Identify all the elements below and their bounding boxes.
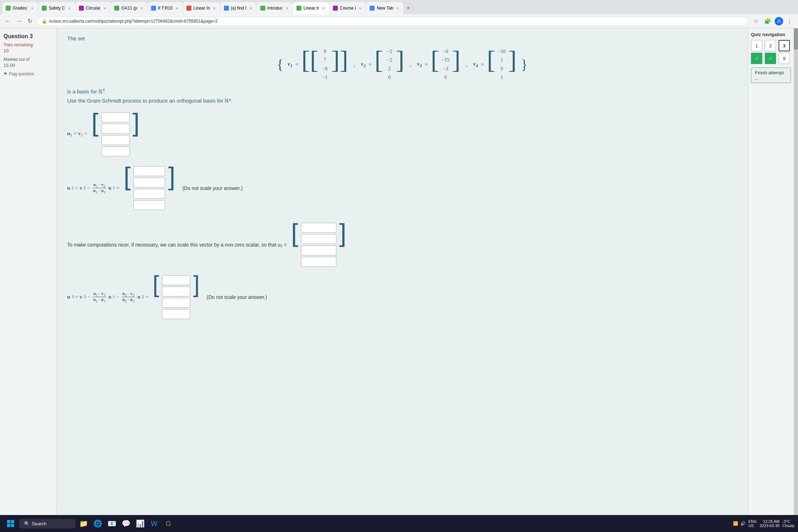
tab-intro[interactable]: Introduc ✕	[257, 2, 293, 14]
tab-close[interactable]: ✕	[175, 6, 179, 10]
nav-cell-2[interactable]: 2	[765, 40, 776, 51]
nav-cell-1[interactable]: 1	[751, 40, 762, 51]
tab-course[interactable]: Course I ✕	[329, 2, 366, 14]
u1-input-row1[interactable]	[102, 112, 130, 122]
u2-input-row1[interactable]	[133, 166, 165, 176]
tab-close[interactable]: ✕	[358, 6, 362, 10]
weather-temp: -3°C	[782, 519, 794, 524]
u2-scaled-row4[interactable]	[301, 257, 336, 267]
nav-cell-3[interactable]: 3	[779, 40, 790, 51]
tab-circular[interactable]: Circular ✕	[75, 2, 110, 14]
u1-input-row4[interactable]	[102, 146, 130, 156]
tab-oa11[interactable]: OA11 (p ✕	[111, 2, 147, 14]
reload-button[interactable]: ↻	[26, 16, 34, 26]
u2-scaled-row2[interactable]	[301, 234, 336, 244]
tab-close[interactable]: ✕	[139, 6, 144, 10]
v1-row4: −1	[320, 74, 329, 81]
taskbar-app4[interactable]: W	[148, 517, 161, 529]
new-tab-button[interactable]: +	[404, 3, 413, 13]
taskbar-chrome[interactable]: 🌐	[91, 517, 104, 529]
v3-bracket-right: ]	[452, 47, 461, 82]
tab-close[interactable]: ✕	[103, 6, 107, 10]
address-bar: ← → ↻ 🔒 eclass.srv.ualberta.ca/mod/quiz/…	[0, 14, 798, 28]
tab-if-t[interactable]: If T:R10 ✕	[148, 2, 183, 14]
v1-row1: 9	[320, 48, 329, 56]
left-brace: {	[277, 56, 283, 73]
nav-cell-8[interactable]: ✓	[765, 53, 776, 64]
profile-button[interactable]: A	[775, 17, 783, 25]
tab-close[interactable]: ✕	[249, 6, 253, 10]
back-button[interactable]: ←	[4, 17, 12, 26]
tab-close[interactable]: ✕	[30, 6, 34, 10]
tab-close[interactable]: ✕	[212, 6, 216, 10]
url-bar[interactable]: 🔒 eclass.srv.ualberta.ca/mod/quiz/attemp…	[36, 17, 748, 26]
nav-cell-7[interactable]: ✓	[751, 53, 762, 64]
tab-find[interactable]: (a) find t ✕	[220, 2, 256, 14]
forward-button[interactable]: →	[15, 17, 23, 26]
u1-label: u1 = v1 =	[67, 131, 87, 138]
u2-input-row3[interactable]	[133, 189, 165, 199]
scale-text: To make computations nicer, if necessary…	[67, 242, 287, 248]
finish-attempt-button[interactable]: Finish attempt ...	[751, 68, 791, 83]
tab-linear-in[interactable]: Linear In ✕	[183, 2, 220, 14]
nav-cell-9[interactable]: 9	[779, 53, 790, 64]
tab-favicon	[296, 6, 301, 11]
extensions-button[interactable]: 🧩	[762, 16, 773, 26]
u2-scaled-row3[interactable]	[301, 245, 336, 255]
tab-close[interactable]: ✕	[321, 6, 325, 10]
vectors-math: { v1 = [ 9 7 −8 −1	[277, 47, 528, 82]
u2-scaled-bracket-left: [	[291, 221, 298, 268]
taskbar-app5[interactable]: G	[162, 517, 175, 529]
u1-input-row2[interactable]	[102, 124, 130, 134]
v4-label: v4	[473, 61, 478, 69]
v3-equals: =	[425, 62, 428, 68]
scrollbar-thumb[interactable]	[794, 28, 798, 50]
flag-label: Flag question	[9, 71, 34, 76]
v4-bracket-left: [	[487, 47, 496, 82]
tab-safety[interactable]: Safety C ✕	[38, 2, 75, 14]
u2-input-row2[interactable]	[133, 178, 165, 187]
u3-input-row4[interactable]	[162, 309, 190, 319]
tab-newtab[interactable]: New Tab ✕	[366, 2, 403, 14]
menu-button[interactable]: ⋮	[785, 16, 794, 26]
taskbar-app2[interactable]: 💬	[120, 517, 132, 529]
taskbar-app1[interactable]: 📧	[105, 517, 118, 529]
tab-close[interactable]: ✕	[67, 6, 71, 10]
u2-scaled-row1[interactable]	[301, 223, 336, 233]
u2-scaled-matrix: [ ]	[291, 221, 346, 268]
scrollbar[interactable]	[794, 28, 798, 529]
u1-input-row3[interactable]	[102, 135, 130, 145]
windows-start-button[interactable]	[4, 516, 18, 529]
u2-input-row4[interactable]	[133, 200, 165, 210]
u3-input-row2[interactable]	[162, 287, 190, 296]
v1-row2: 7	[320, 56, 329, 64]
do-not-scale-2: (Do not scale your answer.)	[207, 294, 267, 300]
taskbar-file-explorer[interactable]: 📁	[77, 517, 90, 529]
flag-question-button[interactable]: ⚑ Flag question	[4, 71, 34, 76]
tab-close[interactable]: ✕	[395, 6, 400, 10]
taskbar-lang: ENG US	[748, 519, 757, 528]
search-icon: 🔍	[24, 521, 30, 526]
url-text: eclass.srv.ualberta.ca/mod/quiz/attempt.…	[49, 19, 218, 24]
tab-favicon	[333, 6, 338, 11]
u2-scaled-inputs	[298, 221, 339, 268]
volume-icon: 🔊	[740, 521, 746, 526]
taskbar-app3[interactable]: 📊	[134, 517, 146, 529]
tab-favicon	[260, 6, 265, 11]
tab-grades[interactable]: Grades: ✕	[2, 2, 38, 14]
search-label: Search	[32, 521, 46, 526]
windows-logo-icon	[6, 519, 15, 528]
question-number: Question 3	[4, 33, 53, 40]
u1-bracket-left: [	[92, 111, 99, 158]
taskbar: 🔍 Search 📁 🌐 📧 💬 📊 W G 📶 🔊 ENG US 12:25 …	[0, 515, 798, 529]
bookmark-button[interactable]: ☆	[751, 16, 761, 26]
u3-input-row1[interactable]	[162, 275, 190, 285]
u3-input-row3[interactable]	[162, 298, 190, 308]
word-icon: W	[151, 520, 158, 528]
clock-date: 2023-03-30	[759, 524, 779, 528]
tab-label: New Tab	[377, 6, 393, 11]
taskbar-search-bar[interactable]: 🔍 Search	[19, 519, 76, 528]
tab-close[interactable]: ✕	[285, 6, 289, 10]
v2-matrix: [ −2 −2 2 0 ]	[375, 47, 404, 82]
tab-linear-tr[interactable]: Linear tr ✕	[293, 2, 329, 14]
